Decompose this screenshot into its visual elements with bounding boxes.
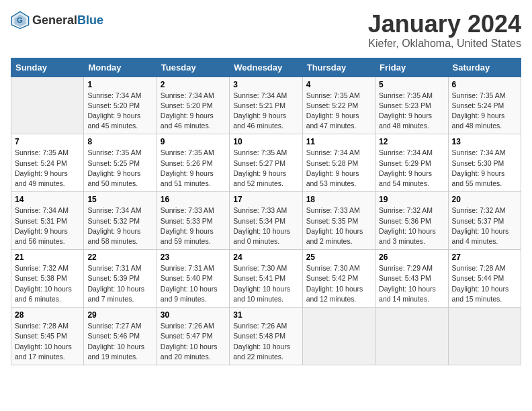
day-number: 17	[233, 195, 298, 204]
day-info: Sunrise: 7:26 AM Sunset: 5:48 PM Dayligh…	[233, 321, 298, 362]
svg-text:G: G	[17, 16, 23, 24]
day-info: Sunrise: 7:34 AM Sunset: 5:32 PM Dayligh…	[87, 205, 152, 246]
day-info: Sunrise: 7:30 AM Sunset: 5:42 PM Dayligh…	[306, 263, 371, 304]
calendar-cell: 9Sunrise: 7:35 AM Sunset: 5:26 PM Daylig…	[157, 134, 229, 192]
day-number: 30	[161, 310, 226, 320]
day-info: Sunrise: 7:34 AM Sunset: 5:28 PM Dayligh…	[306, 148, 371, 189]
day-number: 1	[87, 80, 152, 89]
day-number: 10	[233, 137, 298, 146]
week-row-5: 28Sunrise: 7:28 AM Sunset: 5:45 PM Dayli…	[11, 308, 521, 365]
calendar-cell: 5Sunrise: 7:35 AM Sunset: 5:23 PM Daylig…	[375, 77, 448, 134]
calendar-cell: 16Sunrise: 7:33 AM Sunset: 5:33 PM Dayli…	[157, 192, 229, 250]
calendar-cell: 14Sunrise: 7:34 AM Sunset: 5:31 PM Dayli…	[11, 192, 84, 250]
calendar-cell: 22Sunrise: 7:31 AM Sunset: 5:39 PM Dayli…	[84, 250, 157, 308]
calendar-cell: 29Sunrise: 7:27 AM Sunset: 5:46 PM Dayli…	[84, 308, 157, 365]
logo-general-text: General	[32, 13, 77, 28]
day-info: Sunrise: 7:28 AM Sunset: 5:44 PM Dayligh…	[452, 263, 517, 304]
day-info: Sunrise: 7:33 AM Sunset: 5:33 PM Dayligh…	[161, 205, 226, 246]
day-info: Sunrise: 7:30 AM Sunset: 5:41 PM Dayligh…	[233, 263, 298, 304]
calendar-cell	[11, 77, 84, 134]
header-tuesday: Tuesday	[157, 58, 229, 77]
day-info: Sunrise: 7:32 AM Sunset: 5:38 PM Dayligh…	[15, 263, 80, 304]
day-number: 4	[306, 80, 371, 89]
title-block: January 2024 Kiefer, Oklahoma, United St…	[368, 11, 521, 50]
calendar-cell: 6Sunrise: 7:35 AM Sunset: 5:24 PM Daylig…	[448, 77, 521, 134]
day-info: Sunrise: 7:32 AM Sunset: 5:36 PM Dayligh…	[379, 205, 444, 246]
day-number: 16	[161, 195, 226, 204]
day-number: 12	[379, 137, 444, 146]
day-number: 18	[306, 195, 371, 204]
calendar-cell: 23Sunrise: 7:31 AM Sunset: 5:40 PM Dayli…	[157, 250, 229, 308]
calendar-cell: 13Sunrise: 7:34 AM Sunset: 5:30 PM Dayli…	[448, 134, 521, 192]
day-number: 26	[379, 253, 444, 262]
day-number: 7	[15, 137, 80, 146]
calendar-cell: 1Sunrise: 7:34 AM Sunset: 5:20 PM Daylig…	[84, 77, 157, 134]
logo: G General Blue	[11, 11, 103, 30]
week-row-3: 14Sunrise: 7:34 AM Sunset: 5:31 PM Dayli…	[11, 192, 521, 250]
day-number: 5	[379, 80, 444, 89]
day-number: 22	[87, 253, 152, 262]
logo-blue-text: Blue	[77, 13, 103, 28]
day-info: Sunrise: 7:33 AM Sunset: 5:34 PM Dayligh…	[233, 205, 298, 246]
calendar-cell: 15Sunrise: 7:34 AM Sunset: 5:32 PM Dayli…	[84, 192, 157, 250]
day-number: 24	[233, 253, 298, 262]
day-info: Sunrise: 7:28 AM Sunset: 5:45 PM Dayligh…	[15, 321, 80, 362]
calendar-table: SundayMondayTuesdayWednesdayThursdayFrid…	[11, 58, 521, 365]
day-info: Sunrise: 7:35 AM Sunset: 5:27 PM Dayligh…	[233, 148, 298, 189]
day-info: Sunrise: 7:34 AM Sunset: 5:31 PM Dayligh…	[15, 205, 80, 246]
day-number: 3	[233, 80, 298, 89]
header-friday: Friday	[375, 58, 448, 77]
header-wednesday: Wednesday	[230, 58, 302, 77]
day-info: Sunrise: 7:31 AM Sunset: 5:40 PM Dayligh…	[161, 263, 226, 304]
day-number: 27	[452, 253, 517, 262]
calendar-cell: 2Sunrise: 7:34 AM Sunset: 5:20 PM Daylig…	[157, 77, 229, 134]
calendar-cell: 30Sunrise: 7:26 AM Sunset: 5:47 PM Dayli…	[157, 308, 229, 365]
day-number: 20	[452, 195, 517, 204]
calendar-cell: 27Sunrise: 7:28 AM Sunset: 5:44 PM Dayli…	[448, 250, 521, 308]
calendar-cell	[302, 308, 375, 365]
calendar-cell: 31Sunrise: 7:26 AM Sunset: 5:48 PM Dayli…	[230, 308, 302, 365]
day-number: 11	[306, 137, 371, 146]
calendar-cell: 19Sunrise: 7:32 AM Sunset: 5:36 PM Dayli…	[375, 192, 448, 250]
day-info: Sunrise: 7:27 AM Sunset: 5:46 PM Dayligh…	[87, 321, 152, 362]
day-number: 19	[379, 195, 444, 204]
day-info: Sunrise: 7:34 AM Sunset: 5:20 PM Dayligh…	[161, 91, 226, 132]
week-row-4: 21Sunrise: 7:32 AM Sunset: 5:38 PM Dayli…	[11, 250, 521, 308]
calendar-cell: 17Sunrise: 7:33 AM Sunset: 5:34 PM Dayli…	[230, 192, 302, 250]
calendar-subtitle: Kiefer, Oklahoma, United States	[368, 38, 521, 50]
calendar-cell: 11Sunrise: 7:34 AM Sunset: 5:28 PM Dayli…	[302, 134, 375, 192]
calendar-cell: 4Sunrise: 7:35 AM Sunset: 5:22 PM Daylig…	[302, 77, 375, 134]
day-number: 2	[161, 80, 226, 89]
day-info: Sunrise: 7:35 AM Sunset: 5:22 PM Dayligh…	[306, 91, 371, 132]
day-number: 23	[161, 253, 226, 262]
page-header: G General Blue January 2024 Kiefer, Okla…	[11, 11, 521, 50]
day-number: 29	[87, 310, 152, 320]
calendar-cell	[375, 308, 448, 365]
day-info: Sunrise: 7:29 AM Sunset: 5:43 PM Dayligh…	[379, 263, 444, 304]
calendar-title: January 2024	[368, 11, 521, 38]
day-info: Sunrise: 7:34 AM Sunset: 5:29 PM Dayligh…	[379, 148, 444, 189]
calendar-cell: 3Sunrise: 7:34 AM Sunset: 5:21 PM Daylig…	[230, 77, 302, 134]
day-number: 9	[161, 137, 226, 146]
day-number: 15	[87, 195, 152, 204]
calendar-cell: 25Sunrise: 7:30 AM Sunset: 5:42 PM Dayli…	[302, 250, 375, 308]
day-info: Sunrise: 7:34 AM Sunset: 5:21 PM Dayligh…	[233, 91, 298, 132]
logo-icon: G	[11, 11, 30, 30]
calendar-header-row: SundayMondayTuesdayWednesdayThursdayFrid…	[11, 58, 521, 77]
header-sunday: Sunday	[11, 58, 84, 77]
day-number: 21	[15, 253, 80, 262]
week-row-2: 7Sunrise: 7:35 AM Sunset: 5:24 PM Daylig…	[11, 134, 521, 192]
day-info: Sunrise: 7:35 AM Sunset: 5:23 PM Dayligh…	[379, 91, 444, 132]
calendar-cell: 12Sunrise: 7:34 AM Sunset: 5:29 PM Dayli…	[375, 134, 448, 192]
calendar-cell: 28Sunrise: 7:28 AM Sunset: 5:45 PM Dayli…	[11, 308, 84, 365]
day-info: Sunrise: 7:34 AM Sunset: 5:20 PM Dayligh…	[87, 91, 152, 132]
day-info: Sunrise: 7:35 AM Sunset: 5:24 PM Dayligh…	[15, 148, 80, 189]
day-number: 14	[15, 195, 80, 204]
day-number: 28	[15, 310, 80, 320]
day-number: 8	[87, 137, 152, 146]
calendar-cell: 24Sunrise: 7:30 AM Sunset: 5:41 PM Dayli…	[230, 250, 302, 308]
day-number: 13	[452, 137, 517, 146]
day-info: Sunrise: 7:35 AM Sunset: 5:26 PM Dayligh…	[161, 148, 226, 189]
header-monday: Monday	[84, 58, 157, 77]
calendar-cell: 10Sunrise: 7:35 AM Sunset: 5:27 PM Dayli…	[230, 134, 302, 192]
